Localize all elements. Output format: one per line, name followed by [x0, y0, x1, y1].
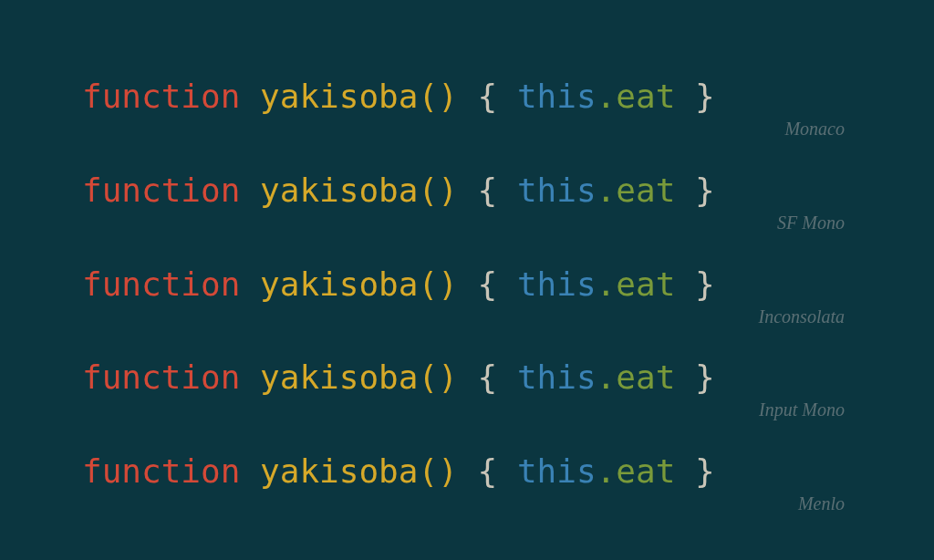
- token-dot: .: [597, 452, 617, 490]
- token-brace-open: {: [478, 452, 498, 490]
- token-space: [240, 358, 260, 396]
- token-this: this: [517, 452, 597, 490]
- token-space: [675, 452, 695, 490]
- token-space: [497, 358, 517, 396]
- code-line: function yakisoba() { this.eat }: [82, 171, 852, 209]
- token-space: [675, 265, 695, 303]
- token-method: eat: [616, 171, 675, 209]
- token-function-name: yakisoba: [260, 171, 418, 209]
- token-function-name: yakisoba: [260, 78, 418, 115]
- token-space: [240, 78, 260, 115]
- token-space: [458, 171, 478, 209]
- token-space: [675, 78, 695, 115]
- token-space: [458, 358, 478, 396]
- font-name-label: Menlo: [798, 493, 852, 514]
- token-space: [675, 358, 695, 396]
- token-space: [458, 78, 478, 115]
- code-line: function yakisoba() { this.eat }: [82, 452, 852, 490]
- font-name-label: Inconsolata: [759, 306, 852, 327]
- code-line: function yakisoba() { this.eat }: [82, 358, 852, 396]
- token-space: [240, 265, 260, 303]
- token-brace-close: }: [695, 171, 715, 209]
- font-sample-row: function yakisoba() { this.eat } Monaco: [82, 78, 852, 140]
- font-name-label: Monaco: [784, 119, 852, 140]
- font-sample-row: function yakisoba() { this.eat } SF Mono: [82, 171, 852, 233]
- token-parentheses: (): [418, 358, 457, 396]
- token-this: this: [517, 78, 597, 115]
- token-method: eat: [616, 358, 675, 396]
- token-keyword: function: [82, 265, 240, 303]
- token-keyword: function: [82, 171, 240, 209]
- token-dot: .: [597, 358, 617, 396]
- token-function-name: yakisoba: [260, 452, 418, 490]
- token-space: [240, 452, 260, 490]
- token-space: [240, 171, 260, 209]
- token-parentheses: (): [418, 171, 457, 209]
- token-brace-close: }: [695, 358, 715, 396]
- token-this: this: [517, 358, 597, 396]
- token-dot: .: [597, 171, 617, 209]
- code-line: function yakisoba() { this.eat }: [82, 265, 852, 303]
- token-dot: .: [597, 265, 617, 303]
- font-name-label: Input Mono: [759, 399, 852, 420]
- token-brace-close: }: [695, 452, 715, 490]
- token-brace-open: {: [478, 171, 498, 209]
- token-space: [458, 452, 478, 490]
- token-parentheses: (): [418, 265, 457, 303]
- token-function-name: yakisoba: [260, 358, 418, 396]
- token-brace-open: {: [478, 78, 498, 115]
- token-function-name: yakisoba: [260, 265, 418, 303]
- token-method: eat: [616, 452, 675, 490]
- token-brace-open: {: [478, 358, 498, 396]
- token-space: [497, 452, 517, 490]
- token-this: this: [517, 265, 597, 303]
- token-keyword: function: [82, 452, 240, 490]
- font-sample-row: function yakisoba() { this.eat } Menlo: [82, 452, 852, 514]
- token-dot: .: [597, 78, 617, 115]
- token-space: [458, 265, 478, 303]
- font-sample-row: function yakisoba() { this.eat } Inconso…: [82, 265, 852, 327]
- token-parentheses: (): [418, 452, 457, 490]
- token-brace-close: }: [695, 78, 715, 115]
- token-space: [675, 171, 695, 209]
- font-name-label: SF Mono: [777, 213, 852, 233]
- token-parentheses: (): [418, 78, 457, 115]
- token-method: eat: [616, 78, 675, 115]
- token-space: [497, 171, 517, 209]
- token-space: [497, 265, 517, 303]
- token-this: this: [517, 171, 597, 209]
- token-brace-close: }: [695, 265, 715, 303]
- font-sample-row: function yakisoba() { this.eat } Input M…: [82, 358, 852, 420]
- token-method: eat: [616, 265, 675, 303]
- token-keyword: function: [82, 78, 240, 115]
- token-space: [497, 78, 517, 115]
- token-keyword: function: [82, 358, 240, 396]
- code-line: function yakisoba() { this.eat }: [82, 78, 852, 115]
- token-brace-open: {: [478, 265, 498, 303]
